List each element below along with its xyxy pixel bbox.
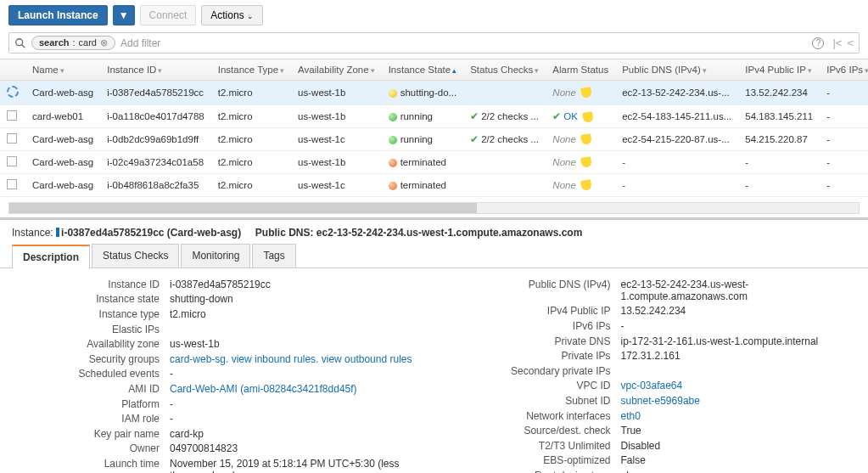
actions-label: Actions bbox=[210, 9, 244, 21]
col-instance-id[interactable]: Instance ID▾ bbox=[100, 59, 210, 81]
col-az[interactable]: Availability Zone▾ bbox=[291, 59, 382, 81]
alarm-status[interactable]: OK bbox=[563, 111, 578, 121]
col-ipv6[interactable]: IPv6 IPs▾ bbox=[820, 59, 868, 81]
filter-chip[interactable]: search: card ⊗ bbox=[31, 36, 115, 50]
alarm-bell-icon[interactable] bbox=[580, 134, 592, 146]
detail-row: Secondary private IPs bbox=[451, 363, 852, 379]
cell-name: Card-web-asg bbox=[25, 81, 100, 105]
svg-point-0 bbox=[16, 38, 23, 45]
alarm-status: None bbox=[552, 134, 576, 144]
table-row[interactable]: Card-web-asgi-0db2dc99a69b1d9fft2.microu… bbox=[0, 128, 868, 151]
add-filter-input[interactable]: Add filter bbox=[120, 37, 160, 49]
detail-row: Security groupscard-web-sg. view inbound… bbox=[17, 352, 417, 367]
detail-key: Instance ID bbox=[17, 279, 170, 290]
page-prev-icon[interactable]: < bbox=[847, 37, 854, 49]
details-header: Instance: i-0387ed4a5785219cc (Card-web-… bbox=[0, 217, 868, 244]
cell-ipv4: - bbox=[738, 151, 820, 174]
actions-button[interactable]: Actions⌄ bbox=[201, 5, 262, 25]
detail-key: VPC ID bbox=[451, 380, 621, 391]
row-checkbox[interactable] bbox=[7, 179, 17, 189]
detail-key: Instance state bbox=[17, 293, 170, 305]
alarm-bell-icon[interactable] bbox=[582, 111, 594, 123]
table-row[interactable]: Card-web-asgi-02c49a37234c01a58t2.microu… bbox=[0, 151, 868, 174]
detail-value: 049700814823 bbox=[170, 442, 238, 454]
help-icon[interactable]: ? bbox=[812, 37, 824, 49]
detail-value[interactable]: card-web-sg. view inbound rules. view ou… bbox=[170, 353, 412, 365]
detail-key: Availability zone bbox=[17, 338, 170, 350]
tab-tags[interactable]: Tags bbox=[252, 244, 295, 267]
svg-line-1 bbox=[22, 44, 25, 48]
detail-key: Secondary private IPs bbox=[451, 365, 621, 377]
detail-value: - bbox=[170, 413, 173, 425]
detail-row: Elastic IPs bbox=[17, 322, 417, 337]
cell-dns: ec2-13-52-242-234.us-... bbox=[615, 81, 738, 105]
detail-value[interactable]: vpc-03afae64 bbox=[621, 380, 683, 391]
alarm-status: None bbox=[552, 180, 576, 190]
cell-ipv4: - bbox=[738, 174, 820, 197]
detail-value: 13.52.242.234 bbox=[621, 305, 686, 317]
tab-monitoring[interactable]: Monitoring bbox=[181, 244, 250, 267]
col-name[interactable]: Name▾ bbox=[25, 59, 100, 81]
cell-az: us-west-1b bbox=[291, 105, 382, 128]
detail-row: Network interfaceseth0 bbox=[451, 408, 852, 424]
alarm-bell-icon[interactable] bbox=[580, 87, 592, 99]
detail-value[interactable]: eth0 bbox=[621, 410, 641, 422]
detail-row: Launch timeNovember 15, 2019 at 5:18:14 … bbox=[17, 456, 417, 473]
tab-status-checks[interactable]: Status Checks bbox=[92, 244, 179, 267]
detail-row: Root device typeebs bbox=[451, 468, 852, 473]
cell-state: shutting-do... bbox=[400, 87, 456, 98]
cell-id: i-0db2dc99a69b1d9ff bbox=[100, 128, 210, 151]
detail-row: Subnet IDsubnet-e5969abe bbox=[451, 393, 852, 408]
horizontal-scrollbar[interactable] bbox=[8, 202, 860, 214]
col-state[interactable]: Instance State▴ bbox=[382, 59, 464, 81]
launch-instance-button[interactable]: Launch Instance bbox=[8, 5, 108, 25]
detail-value[interactable]: Card-Web-AMI (ami-08284c3421f8dd45f) bbox=[170, 383, 357, 395]
cell-state: running bbox=[400, 111, 433, 121]
detail-row: Instance stateshutting-down bbox=[17, 292, 417, 307]
cell-id: i-0387ed4a5785219cc bbox=[100, 81, 210, 105]
table-row[interactable]: Card-web-asgi-0387ed4a5785219cct2.microu… bbox=[0, 81, 868, 105]
detail-row: Key pair namecard-kp bbox=[17, 426, 417, 442]
col-ipv4[interactable]: IPv4 Public IP▾ bbox=[738, 59, 820, 81]
alarm-bell-icon[interactable] bbox=[580, 157, 592, 169]
detail-row: VPC IDvpc-03afae64 bbox=[451, 379, 852, 394]
detail-value: False bbox=[621, 454, 646, 466]
detail-value[interactable]: subnet-e5969abe bbox=[621, 395, 700, 407]
detail-value: - bbox=[170, 398, 173, 410]
row-checkbox[interactable] bbox=[7, 110, 17, 121]
detail-key: Network interfaces bbox=[451, 410, 621, 422]
col-alarm[interactable]: Alarm Status bbox=[546, 59, 615, 81]
filter-bar[interactable]: search: card ⊗ Add filter ? |< < bbox=[8, 32, 860, 53]
row-checkbox[interactable] bbox=[7, 156, 17, 166]
cell-name: Card-web-asg bbox=[25, 128, 100, 151]
col-checks[interactable]: Status Checks▾ bbox=[463, 59, 546, 81]
cell-dns: - bbox=[615, 174, 738, 197]
cell-az: us-west-1b bbox=[291, 151, 382, 174]
detail-row: IPv4 Public IP13.52.242.234 bbox=[451, 304, 852, 319]
col-instance-type[interactable]: Instance Type▾ bbox=[211, 59, 291, 81]
alarm-status: None bbox=[552, 87, 576, 98]
detail-key: Subnet ID bbox=[451, 395, 621, 407]
close-icon[interactable]: ⊗ bbox=[100, 37, 108, 48]
details-left-column: Instance IDi-0387ed4a5785219ccInstance s… bbox=[17, 277, 417, 473]
launch-instance-dropdown[interactable]: ▼ bbox=[113, 5, 135, 25]
table-row[interactable]: Card-web-asgi-0b48f8618a8c2fa35t2.microu… bbox=[0, 174, 868, 197]
row-checkbox[interactable] bbox=[7, 133, 17, 144]
detail-row: Instance IDi-0387ed4a5785219cc bbox=[17, 277, 417, 292]
cell-id: i-0a118c0e4017d4788 bbox=[100, 105, 210, 128]
detail-row: Scheduled events- bbox=[17, 367, 417, 382]
page-first-icon[interactable]: |< bbox=[832, 37, 842, 49]
cell-id: i-0b48f8618a8c2fa35 bbox=[100, 174, 210, 197]
alarm-bell-icon[interactable] bbox=[580, 180, 592, 192]
table-row[interactable]: card-web01i-0a118c0e4017d4788t2.microus-… bbox=[0, 105, 868, 128]
detail-value: True bbox=[621, 425, 641, 436]
tab-description[interactable]: Description bbox=[12, 245, 90, 268]
chip-key: search bbox=[39, 37, 69, 48]
detail-value: t2.micro bbox=[170, 308, 206, 320]
detail-row: Private DNSip-172-31-2-161.us-west-1.com… bbox=[451, 334, 852, 349]
col-dns[interactable]: Public DNS (IPv4)▾ bbox=[615, 59, 738, 81]
detail-value: us-west-1b bbox=[170, 338, 220, 350]
detail-key: IPv4 Public IP bbox=[451, 305, 621, 317]
alarm-status: None bbox=[552, 157, 576, 167]
scroll-thumb[interactable] bbox=[9, 203, 477, 213]
